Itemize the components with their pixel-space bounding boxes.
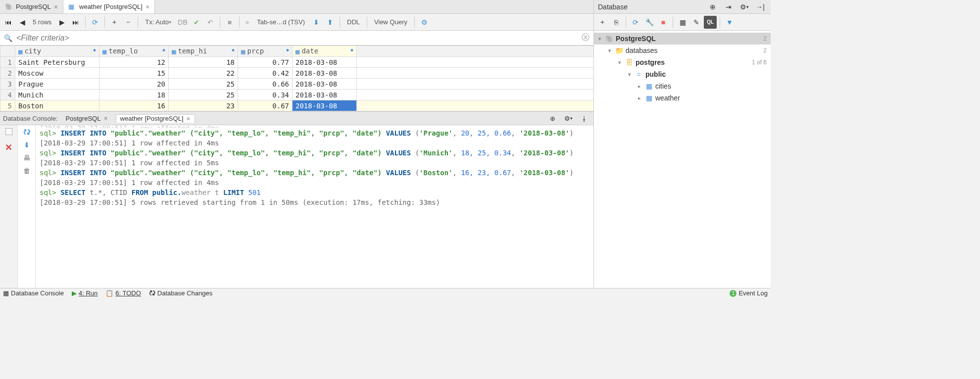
hide-icon[interactable]: →| [754, 0, 767, 13]
cell-date[interactable]: 2018-03-08 [293, 57, 357, 68]
cell-prcp[interactable]: 0.34 [238, 90, 293, 100]
close-icon[interactable]: × [146, 3, 149, 11]
commit-icon[interactable]: DB [176, 16, 189, 29]
row-number-cell[interactable]: 3 [0, 79, 15, 90]
cell-temp-hi[interactable]: 22 [169, 68, 238, 79]
sql-console-icon[interactable]: QL [704, 16, 717, 29]
cell-temp-lo[interactable]: 20 [99, 79, 169, 90]
export-icon[interactable]: ⬇ [24, 141, 30, 149]
table-row[interactable]: 3Prague20250.662018-03-08 [0, 79, 594, 90]
cell-city[interactable]: Munich [15, 90, 99, 100]
refresh-icon[interactable]: ⟳ [629, 16, 642, 29]
row-number-header[interactable] [0, 46, 15, 57]
status-event-log[interactable]: 1 Event Log [730, 289, 768, 297]
cell-prcp[interactable]: 0.42 [238, 68, 293, 79]
rerun-icon[interactable]: 🗘 [23, 128, 30, 136]
tree-node-postgresql[interactable]: ▾ 🐘 PostgreSQL 2 [594, 33, 771, 45]
tab-weather[interactable]: ▦ weather [PostgreSQL] × [63, 0, 155, 13]
tx-mode-dropdown[interactable]: Tx: Auto ▾ [141, 16, 175, 29]
add-row-icon[interactable]: ＋ [108, 16, 121, 29]
column-header-prcp[interactable]: ▦prcp◆ [238, 46, 293, 57]
collapse-icon[interactable]: ⇥ [722, 0, 735, 13]
stop-icon[interactable]: ■ [657, 16, 670, 29]
table-row[interactable]: 1Saint Petersburg12180.772018-03-08 [0, 57, 594, 68]
status-changes[interactable]: 🗘 Database Changes [149, 289, 212, 297]
status-run[interactable]: ▶ 4: Run [72, 289, 98, 297]
cell-temp-lo[interactable]: 16 [99, 100, 169, 111]
cell-city[interactable]: Saint Petersburg [15, 57, 99, 68]
close-icon[interactable]: × [54, 3, 58, 11]
console-tab-postgresql[interactable]: PostgreSQL× [62, 114, 112, 122]
tree-node-databases[interactable]: ▾ 📁 databases 2 [594, 45, 771, 56]
cell-prcp[interactable]: 0.67 [238, 100, 293, 111]
cell-city[interactable]: Moscow [15, 68, 99, 79]
chevron-down-icon[interactable]: ▾ [607, 47, 613, 54]
trash-icon[interactable]: 🗑 [23, 167, 30, 175]
print-icon[interactable]: 🖶 [23, 154, 30, 162]
cell-date[interactable]: 2018-03-08 [293, 68, 357, 79]
row-number-cell[interactable]: 4 [0, 90, 15, 100]
extractor-dropdown[interactable]: Tab-se…d (TSV) [253, 16, 309, 29]
cell-date[interactable]: 2018-03-08 [293, 90, 357, 100]
view-query-button[interactable]: View Query [370, 16, 411, 29]
reload-icon[interactable]: ⟳ [89, 16, 101, 29]
cell-temp-hi[interactable]: 25 [169, 90, 238, 100]
download-icon[interactable]: ⭳ [578, 112, 590, 125]
cell-temp-lo[interactable]: 12 [99, 57, 169, 68]
chevron-right-icon[interactable]: ▸ [637, 95, 642, 101]
column-header-temp-hi[interactable]: ▦temp_hi◆ [169, 46, 238, 57]
import-up-icon[interactable]: ⬆ [324, 16, 337, 29]
rollback-icon[interactable]: ↶ [204, 16, 217, 29]
first-page-icon[interactable]: ⏮ [2, 16, 15, 29]
table-view-icon[interactable]: ▦ [676, 16, 689, 29]
new-icon[interactable]: ＋ [596, 16, 609, 29]
cell-prcp[interactable]: 0.77 [238, 57, 293, 68]
console-tab-weather[interactable]: weather [PostgreSQL]× [116, 114, 195, 123]
chevron-down-icon[interactable]: ▾ [597, 36, 603, 42]
column-header-city[interactable]: ▦city◆ [15, 46, 99, 57]
cell-city[interactable]: Boston [15, 100, 99, 111]
row-number-cell[interactable]: 5 [0, 100, 15, 111]
table-row[interactable]: 5Boston16230.672018-03-08 [0, 100, 594, 111]
status-todo[interactable]: 📋 6: TODO [105, 289, 141, 297]
table-row[interactable]: 4Munich18250.342018-03-08 [0, 90, 594, 100]
chevron-down-icon[interactable]: ▾ [627, 71, 633, 78]
column-header-date[interactable]: ▦date◆ [293, 46, 357, 57]
filter-icon[interactable]: ▼ [723, 16, 736, 29]
cell-temp-lo[interactable]: 15 [99, 68, 169, 79]
add-icon[interactable]: ⊕ [546, 112, 559, 125]
cell-date[interactable]: 2018-03-08 [293, 79, 357, 90]
last-page-icon[interactable]: ⏭ [69, 16, 82, 29]
tree-node-cities[interactable]: ▸ ▦ cities [594, 80, 771, 92]
prev-page-icon[interactable]: ◀ [16, 16, 29, 29]
duplicate-icon[interactable]: ⎘ [610, 16, 623, 29]
filter-input[interactable] [16, 34, 578, 43]
export-down-icon[interactable]: ⬇ [310, 16, 323, 29]
tree-node-postgres[interactable]: ▾ 🗄 postgres 1 of 6 [594, 56, 771, 68]
ddl-button[interactable]: DDL [343, 16, 364, 29]
gear-icon[interactable]: ⚙▾ [562, 112, 575, 125]
stop-icon[interactable]: ■ [223, 16, 236, 29]
clear-filter-icon[interactable]: ⓧ [582, 33, 589, 43]
row-number-cell[interactable]: 2 [0, 68, 15, 79]
wrench-icon[interactable]: 🔧 [643, 16, 656, 29]
chevron-right-icon[interactable]: ▸ [637, 83, 642, 90]
cancel-icon[interactable]: ✕ [5, 142, 12, 153]
tree-node-weather[interactable]: ▸ ▦ weather [594, 92, 771, 104]
row-number-cell[interactable]: 1 [0, 57, 15, 68]
cell-temp-hi[interactable]: 18 [169, 57, 238, 68]
tab-postgresql[interactable]: 🐘 PostgreSQL × [0, 0, 63, 13]
cell-prcp[interactable]: 0.66 [238, 79, 293, 90]
gear-icon[interactable]: ⚙▾ [738, 0, 751, 13]
submit-icon[interactable]: ✔ [190, 16, 203, 29]
settings-icon[interactable]: ⚙ [418, 16, 431, 29]
close-icon[interactable]: × [103, 114, 107, 122]
edit-icon[interactable]: ✎ [690, 16, 703, 29]
cell-temp-lo[interactable]: 18 [99, 90, 169, 100]
column-header-temp-lo[interactable]: ▦temp_lo◆ [99, 46, 169, 57]
close-icon[interactable]: × [187, 115, 191, 123]
next-page-icon[interactable]: ▶ [55, 16, 68, 29]
cell-city[interactable]: Prague [15, 79, 99, 90]
tree-node-public[interactable]: ▾ ⌗ public [594, 68, 771, 80]
checkbox-icon[interactable] [5, 128, 12, 135]
